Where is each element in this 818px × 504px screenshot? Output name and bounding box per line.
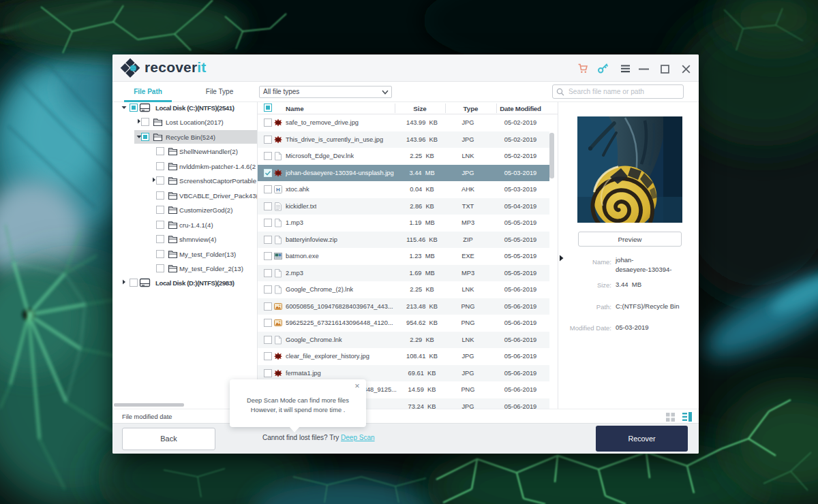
svg-text:H: H <box>276 187 280 193</box>
